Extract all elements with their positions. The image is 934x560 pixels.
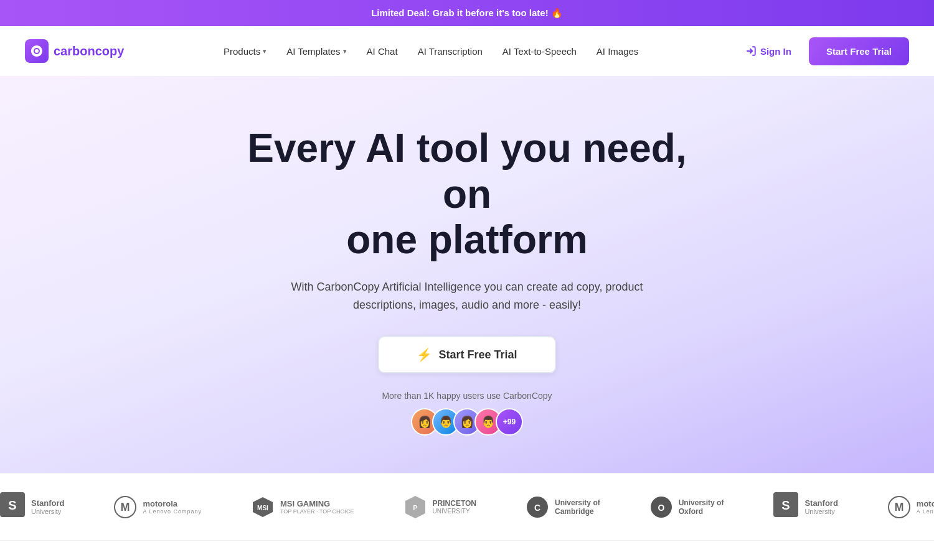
logo-text: carboncopy	[54, 44, 124, 58]
logo-stanford-1: S Stanford University	[0, 492, 64, 521]
hero-title: Every AI tool you need, on one platform	[218, 126, 716, 263]
happy-users-text: More than 1K happy users use CarbonCopy	[382, 391, 552, 401]
logo-text-carbon: carbon	[54, 44, 95, 58]
svg-text:M: M	[121, 501, 130, 513]
svg-text:P: P	[413, 504, 417, 511]
nav-link-products[interactable]: Products ▾	[224, 46, 267, 57]
svg-text:S: S	[8, 498, 16, 512]
nav-item-ai-transcription[interactable]: AI Transcription	[418, 46, 483, 57]
logo[interactable]: carboncopy	[25, 39, 124, 63]
nav-item-ai-images[interactable]: AI Images	[597, 46, 639, 57]
logo-track: S Stanford University M motorola A Lenov…	[0, 492, 934, 521]
nav-link-ai-images[interactable]: AI Images	[597, 46, 639, 57]
sign-in-button[interactable]: Sign In	[738, 40, 799, 62]
svg-text:S: S	[782, 498, 790, 512]
svg-text:M: M	[894, 501, 903, 513]
logo-icon	[25, 39, 49, 63]
stanford-icon-2: S	[773, 492, 798, 521]
svg-text:C: C	[534, 503, 540, 513]
logo-stanford-2: S Stanford University	[773, 492, 837, 521]
svg-text:MSI: MSI	[257, 505, 268, 511]
svg-text:O: O	[658, 503, 664, 513]
svg-point-0	[35, 49, 39, 53]
chevron-down-icon-2: ▾	[343, 47, 347, 55]
nav-right: Sign In Start Free Trial	[738, 37, 909, 65]
chevron-down-icon: ▾	[263, 47, 267, 55]
hero-cta-button[interactable]: ⚡ Start Free Trial	[378, 336, 555, 373]
logo-cambridge-1: C University of Cambridge	[526, 496, 600, 518]
cambridge-icon-1: C	[526, 496, 549, 518]
stanford-icon-1: S	[0, 492, 25, 521]
sign-in-icon	[745, 45, 757, 57]
hero-section: Every AI tool you need, on one platform …	[0, 76, 934, 473]
nav-link-ai-transcription[interactable]: AI Transcription	[418, 46, 483, 57]
oxford-icon-1: O	[650, 496, 672, 518]
nav-link-ai-tts[interactable]: AI Text-to-Speech	[502, 46, 577, 57]
features-section: FEATURES OF CARBON COPY Create amazing c…	[0, 541, 934, 560]
start-trial-button-nav[interactable]: Start Free Trial	[809, 37, 909, 65]
lightning-icon: ⚡	[417, 347, 432, 362]
logo-text-copy: copy	[95, 44, 125, 58]
nav-item-ai-chat[interactable]: AI Chat	[367, 46, 398, 57]
avatars-row: 👩 👨 👩 👨 +99	[411, 408, 523, 436]
motorola-icon-2: M	[888, 496, 910, 518]
nav-item-ai-templates[interactable]: AI Templates ▾	[286, 46, 346, 57]
avatar-plus: +99	[496, 408, 523, 436]
motorola-icon-1: M	[114, 496, 136, 518]
happy-users: More than 1K happy users use CarbonCopy …	[382, 391, 552, 436]
logo-motorola-2: M motorola A Lenovo Company	[888, 496, 934, 518]
princeton-icon-1: P	[404, 495, 427, 520]
logo-oxford-1: O University of Oxford	[650, 496, 724, 518]
logo-msi-1: MSI MSI GAMING TOP PLAYER · TOP CHOICE	[252, 496, 354, 518]
nav-item-products[interactable]: Products ▾	[224, 46, 267, 57]
nav-item-ai-tts[interactable]: AI Text-to-Speech	[502, 46, 577, 57]
top-banner: Limited Deal: Grab it before it's too la…	[0, 0, 934, 26]
banner-highlight: Grab it before it's too late! 🔥	[433, 7, 563, 18]
logo-strip: S Stanford University M motorola A Lenov…	[0, 473, 934, 541]
msi-icon-1: MSI	[252, 496, 274, 518]
logo-princeton-1: P PRINCETON UNIVERSITY	[404, 495, 476, 520]
banner-prefix: Limited Deal:	[371, 7, 430, 18]
nav-link-ai-templates[interactable]: AI Templates ▾	[286, 46, 346, 57]
nav-link-ai-chat[interactable]: AI Chat	[367, 46, 398, 57]
nav-links: Products ▾ AI Templates ▾ AI Chat AI Tra…	[224, 46, 638, 57]
logo-motorola-1: M motorola A Lenovo Company	[114, 496, 202, 518]
navbar: carboncopy Products ▾ AI Templates ▾ AI …	[0, 26, 934, 76]
hero-subtitle: With CarbonCopy Artificial Intelligence …	[280, 278, 654, 314]
